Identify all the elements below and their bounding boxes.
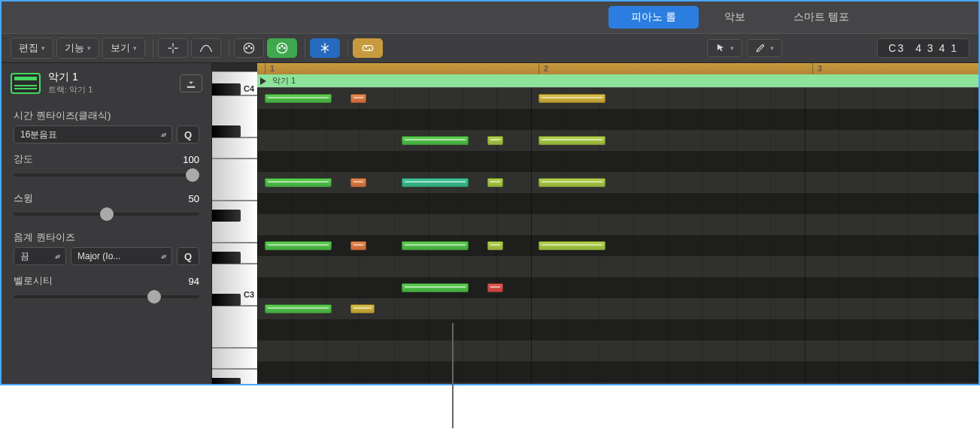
region-header[interactable]: 악기 1 <box>257 74 978 88</box>
strength-value[interactable]: 100 <box>183 154 199 165</box>
svg-point-5 <box>279 47 281 49</box>
midi-note[interactable] <box>402 241 469 250</box>
tab-piano-roll[interactable]: 피아노 롤 <box>608 6 699 29</box>
bar-marker: 2 <box>539 63 548 74</box>
midi-note[interactable] <box>265 178 332 187</box>
svg-point-2 <box>248 46 250 47</box>
chevron-down-icon: ▾ <box>133 44 137 52</box>
keyboard-icon <box>11 73 41 94</box>
chevron-down-icon: ▾ <box>41 44 45 52</box>
bar-marker: 1 <box>265 63 275 74</box>
display-position: 4 3 4 1 <box>915 42 958 54</box>
swing-slider[interactable] <box>14 207 199 222</box>
svg-point-7 <box>284 47 286 49</box>
chevron-down-icon: ▾ <box>770 44 774 52</box>
time-quantize-select[interactable]: 16분음표▴▾ <box>14 125 172 143</box>
menu-edit[interactable]: 편집▾ <box>11 38 53 59</box>
updown-icon: ▴▾ <box>161 252 165 260</box>
strength-slider[interactable] <box>14 168 199 183</box>
swing-label: 스윙 <box>14 192 33 205</box>
inspector-panel: 악기 1 트랙: 악기 1 시간 퀀타이즈(클래식) 16분음표▴▾ Q <box>2 63 212 385</box>
midi-note[interactable] <box>350 241 366 250</box>
midi-note[interactable] <box>487 283 503 292</box>
link-icon[interactable] <box>353 38 383 58</box>
midi-note[interactable] <box>487 136 503 145</box>
note-grid-area: 1 2 3 악기 1 <box>257 63 978 385</box>
timeline-ruler[interactable]: 1 2 3 <box>257 63 978 74</box>
swing-value[interactable]: 50 <box>189 193 199 204</box>
midi-note[interactable] <box>350 94 366 103</box>
pencil-icon <box>755 43 766 53</box>
midi-note[interactable] <box>402 178 469 187</box>
automation-curve-icon[interactable] <box>191 38 221 58</box>
svg-point-1 <box>246 47 247 49</box>
midi-note[interactable] <box>350 178 366 187</box>
position-display: C3 4 3 4 1 <box>877 38 969 58</box>
piano-keyboard[interactable]: C4C3 <box>212 63 257 385</box>
display-note: C3 <box>888 42 905 54</box>
velocity-value[interactable]: 94 <box>189 276 199 287</box>
cmd-click-tool[interactable]: ▾ <box>747 39 782 57</box>
svg-point-3 <box>251 47 253 49</box>
scale-quantize-label: 음계 퀀타이즈 <box>14 231 199 244</box>
scale-off-select[interactable]: 끔▴▾ <box>14 247 66 265</box>
snap-icon[interactable] <box>158 38 188 58</box>
updown-icon: ▴▾ <box>55 252 59 260</box>
chevron-down-icon: ▾ <box>730 44 734 52</box>
download-icon <box>184 77 198 90</box>
midi-out-icon[interactable] <box>267 38 297 58</box>
midi-note[interactable] <box>402 283 469 292</box>
updown-icon: ▴▾ <box>161 131 165 138</box>
tab-score[interactable]: 악보 <box>702 6 768 29</box>
midi-note[interactable] <box>265 94 332 103</box>
midi-note[interactable] <box>487 178 503 187</box>
chevron-down-icon: ▾ <box>87 44 91 52</box>
track-name: 악기 1 <box>48 71 172 84</box>
midi-note[interactable] <box>539 241 605 250</box>
app-window: 피아노 롤 악보 스마트 템포 편집▾ 기능▾ 보기▾ ▾ ▾ C3 4 3 4… <box>0 0 980 385</box>
strength-label: 강도 <box>14 153 33 166</box>
bar-marker: 3 <box>812 63 822 74</box>
collapse-icon[interactable] <box>310 38 340 58</box>
divider <box>347 39 348 57</box>
playhead-icon[interactable] <box>257 63 265 74</box>
midi-in-icon[interactable] <box>234 38 264 58</box>
divider <box>153 39 153 57</box>
left-click-tool[interactable]: ▾ <box>707 39 742 57</box>
pointer-icon <box>715 43 726 53</box>
catch-playhead-button[interactable] <box>180 74 202 92</box>
midi-note[interactable] <box>265 241 332 250</box>
midi-note[interactable] <box>402 136 469 145</box>
track-header: 악기 1 트랙: 악기 1 <box>2 63 211 103</box>
divider <box>229 39 229 57</box>
velocity-label: 벨로시티 <box>14 274 53 288</box>
velocity-slider[interactable] <box>14 289 199 304</box>
quantize-button[interactable]: Q <box>177 125 199 143</box>
callout-line <box>452 323 454 385</box>
midi-note[interactable] <box>487 241 503 250</box>
menu-functions[interactable]: 기능▾ <box>56 38 99 59</box>
track-subtitle: 트랙: 악기 1 <box>48 84 172 95</box>
midi-note[interactable] <box>539 178 605 187</box>
divider <box>305 39 305 57</box>
svg-point-6 <box>281 46 283 47</box>
midi-note[interactable] <box>350 304 375 313</box>
editor-body: 악기 1 트랙: 악기 1 시간 퀀타이즈(클래식) 16분음표▴▾ Q <box>2 63 978 385</box>
menu-view[interactable]: 보기▾ <box>102 38 145 59</box>
note-grid[interactable] <box>257 88 978 385</box>
scale-quantize-button[interactable]: Q <box>177 247 199 265</box>
tab-smart-tempo[interactable]: 스마트 템포 <box>771 6 872 29</box>
editor-tabs: 피아노 롤 악보 스마트 템포 <box>2 2 978 33</box>
midi-note[interactable] <box>539 136 605 145</box>
scale-mode-select[interactable]: Major (Io...▴▾ <box>71 247 172 265</box>
toolbar: 편집▾ 기능▾ 보기▾ ▾ ▾ C3 4 3 4 1 <box>2 33 978 63</box>
time-quantize-label: 시간 퀀타이즈(클래식) <box>14 109 199 122</box>
midi-note[interactable] <box>265 304 332 313</box>
midi-note[interactable] <box>539 94 605 103</box>
